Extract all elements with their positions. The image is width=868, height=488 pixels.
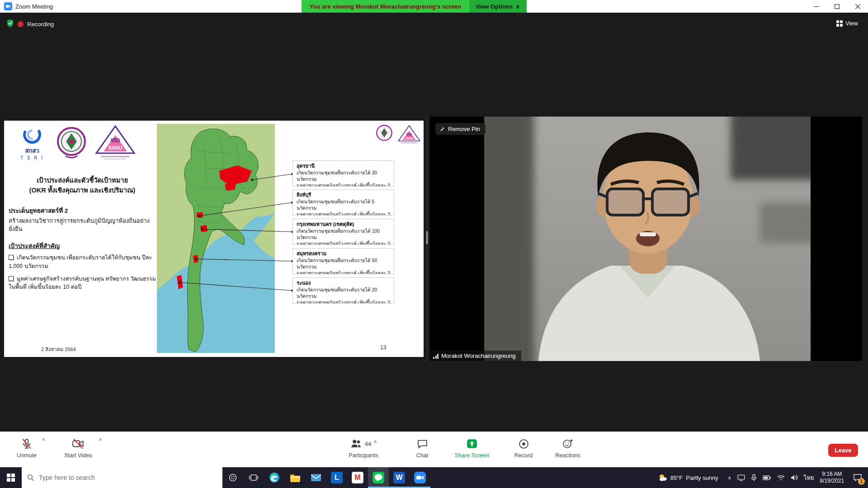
word-icon: W [393,472,405,483]
minimize-icon[interactable] [806,0,826,13]
callout-line1: เกิดนวัตกรรมชุมชนที่ยกระดับรายได้ 100 นว… [297,228,390,240]
wifi-icon[interactable] [777,475,785,481]
svg-text:SSRU: SSRU [405,136,413,140]
participants-button[interactable]: 44 ∧ Participants [336,436,391,464]
cortana-icon [228,473,237,482]
callout-line2: มูลค่าทางเศรษฐกิจสร้างสรรค์ เพิ่มขึ้นร้อ… [297,182,390,187]
svg-text:IRD: IRD [406,132,412,136]
callout-box: สมุทรสงคราม เกิดนวัตกรรมชุมชนที่ยกระดับร… [292,248,394,274]
remove-pin-label: Remove Pin [448,126,480,132]
slide-logos: สกสว T S R I IRD [16,124,136,164]
tsri-thai-label: สกสว [25,146,39,155]
taskbar-app-l[interactable]: L [326,467,347,488]
participant-video [484,117,811,361]
weather-condition: Partly sunny [686,474,718,481]
taskbar-app-mail[interactable] [306,467,326,488]
leave-button[interactable]: Leave [828,444,858,457]
tray-overflow-chevron[interactable]: ∧ [728,475,731,481]
search-input[interactable] [39,474,202,481]
start-video-label: Start Video [64,452,92,459]
view-options-label: View Options [476,3,513,10]
participants-icon [350,438,363,450]
callout-line2: มูลค่าทางเศรษฐกิจสร้างสรรค์ เพิ่มขึ้นร้อ… [297,270,390,274]
participants-count: 44 [365,441,371,447]
speaker-icon[interactable] [791,474,798,481]
window-title: Zoom Meeting [15,3,53,10]
zoom-window: Zoom Meeting You are viewing Morakot Wor… [0,0,868,488]
callout-province: ระนอง [297,280,390,286]
strategy-text: สร้างผลงานวิชาการสู่การยกระดับภูมิปัญญาท… [9,217,156,234]
chat-button[interactable]: Chat [406,436,439,464]
panel-divider[interactable] [426,114,428,362]
taskbar-app-zoom[interactable] [410,467,430,488]
view-options-button[interactable]: View Options ∨ [469,0,527,13]
slide-text-column: เป้าประสงค์และตัวชี้วัดเป้าหมาย (OKR ทั้… [9,176,156,296]
taskbar-clock[interactable]: 9:16 AM 8/19/2021 [820,471,844,484]
ird-ssru-logo-small: IRD SSRU [397,124,421,146]
divider-grip-handle[interactable] [426,231,428,244]
slide-title-line2: (OKR ทั้งเชิงคุณภาพ และเชิงปริมาณ) [9,186,156,196]
close-icon[interactable] [847,0,868,13]
callout-province: สิงห์บุรี [297,192,390,198]
zoom-control-bar: ∧ Unmute ∧ Start Video [0,432,868,467]
recording-dot-icon[interactable] [18,21,24,27]
start-video-button[interactable]: ∧ Start Video [53,436,103,464]
record-icon [518,436,529,451]
clock-date: 8/19/2021 [820,478,844,484]
share-screen-button[interactable]: Share Screen [444,436,500,464]
notification-badge: 1 [858,478,865,485]
start-button[interactable] [0,467,22,488]
chat-bubble-icon [417,436,428,451]
callout-box: ระนอง เกิดนวัตกรรมชุมชนที่ยกระดับรายได้ … [292,277,394,304]
meeting-stage: Recording View สกสว T S R I [0,13,868,432]
task-view-button[interactable] [243,467,264,488]
video-options-caret[interactable]: ∧ [99,436,102,442]
callout-line1: เกิดนวัตกรรมชุมชนที่ยกระดับรายได้ 30 นวั… [297,169,390,182]
goal-bullet-2-text: มูลค่าเศรษฐกิจสร้างสรรค์บนฐานทุน ทรัพยาก… [9,276,156,291]
shield-check-icon[interactable] [6,19,14,29]
action-center-button[interactable]: 1 [850,467,865,488]
participant-name: Morakot Worachairungreung [441,352,516,359]
zoom-camera-icon [414,472,426,483]
weather-widget[interactable]: 85°F Partly sunny [655,467,722,488]
audio-options-caret[interactable]: ∧ [42,436,45,442]
slide-title-line1: เป้าประสงค์และตัวชี้วัดเป้าหมาย [9,176,156,186]
pinned-video-tile[interactable]: Remove Pin Morakot Worachairungreung [430,117,862,361]
pin-icon [439,126,445,132]
ssru-label: SSRU [108,145,123,150]
checkbox-icon [9,276,14,281]
taskbar-app-word[interactable]: W [389,467,410,488]
callout-box: กรุงเทพมหานคร (เขตดุสิต) เกิดนวัตกรรมชุม… [292,219,394,245]
slide-title: เป้าประสงค์และตัวชี้วัดเป้าหมาย (OKR ทั้… [9,176,156,196]
remove-pin-button[interactable]: Remove Pin [435,123,486,135]
participant-name-tag: Morakot Worachairungreung [430,351,521,361]
microphone-tray-icon[interactable] [751,474,757,482]
connection-signal-icon [433,353,439,359]
battery-icon[interactable] [763,475,771,480]
reactions-smiley-icon [562,436,574,451]
taskbar-app-edge[interactable] [264,467,285,488]
grid-view-icon [836,20,843,27]
cortana-button[interactable] [222,467,243,488]
language-indicator[interactable]: ไทย [804,473,814,483]
taskbar-app-file-explorer[interactable] [285,467,306,488]
view-button[interactable]: View [833,18,862,28]
weather-temp: 85°F [670,474,683,481]
l-app-icon: L [331,472,343,483]
maximize-icon[interactable] [826,0,847,13]
display-cast-icon[interactable] [737,474,745,481]
participants-caret[interactable]: ∧ [373,439,377,445]
view-label: View [845,20,858,27]
unmute-button[interactable]: ∧ Unmute [7,436,46,464]
callout-box: สิงห์บุรี เกิดนวัตกรรมชุมชนที่ยกระดับราย… [292,189,394,216]
taskbar-search[interactable] [22,467,222,488]
taskbar-app-line[interactable] [368,467,389,488]
taskbar-app-gmail[interactable]: M [347,467,368,488]
search-icon [27,474,34,481]
tsri-en-label: T S R I [20,155,44,160]
ird-ssru-logo: IRD SSRU [94,124,136,163]
reactions-button[interactable]: Reactions [545,436,590,464]
callout-line2: มูลค่าทางเศรษฐกิจสร้างสรรค์ เพิ่มขึ้นร้อ… [297,240,390,245]
record-button[interactable]: Record [506,436,541,464]
tsri-swirl-icon [22,124,42,145]
